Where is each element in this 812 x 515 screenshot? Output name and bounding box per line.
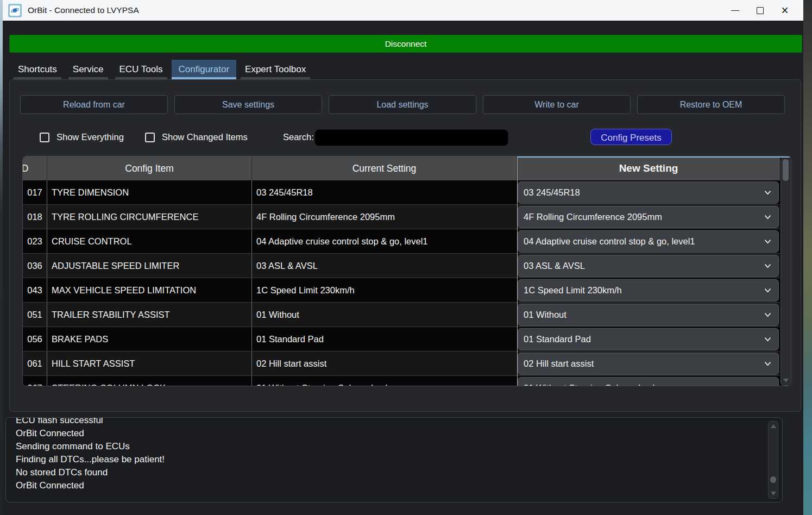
table-row[interactable]: 056BRAKE PADS01 Standard Pad01 Standard … (23, 327, 780, 351)
new-setting-dropdown[interactable]: 01 Without Steering Column Lock (518, 377, 779, 387)
row-config-item: HILL START ASSIST (47, 351, 252, 375)
show-everything-checkbox[interactable] (40, 133, 49, 142)
tab-expert-toolbox[interactable]: Expert Toolbox (238, 60, 313, 79)
log-scroll-up-icon[interactable] (771, 424, 776, 428)
table-scrollbar-thumb[interactable] (783, 159, 789, 181)
save-settings-button[interactable]: Save settings (174, 95, 322, 114)
config-presets-button[interactable]: Config Presets (590, 129, 672, 145)
disconnect-label: Disconnect (385, 39, 427, 49)
chevron-down-icon (763, 310, 772, 322)
config-table: ID Config Item Current Setting New Setti… (22, 156, 792, 386)
dropdown-value: 03 ASL & AVSL (524, 261, 585, 271)
log-line: Sending command to ECUs (16, 440, 782, 453)
row-id: 056 (23, 327, 47, 351)
row-current-setting: 01 Standard Pad (252, 327, 517, 351)
row-new-setting-cell: 04 Adaptive cruise control stop & go, le… (517, 229, 780, 253)
new-setting-dropdown[interactable]: 04 Adaptive cruise control stop & go, le… (518, 230, 779, 253)
log-area: ECU flash successfulOrBit ConnectedSendi… (5, 417, 783, 503)
reload-from-car-button[interactable]: Reload from car (20, 95, 168, 114)
column-header-new-setting[interactable]: New Setting (517, 156, 780, 180)
close-icon: × (781, 4, 788, 17)
chevron-down-icon (763, 384, 772, 387)
show-changed-items-checkbox[interactable] (145, 133, 155, 142)
column-header-id[interactable]: ID (23, 156, 47, 180)
new-setting-focus-line (517, 156, 792, 158)
close-button[interactable]: × (772, 0, 797, 21)
row-config-item: BRAKE PADS (47, 327, 252, 351)
row-new-setting-cell: 03 ASL & AVSL (517, 254, 780, 278)
tab-service[interactable]: Service (66, 60, 111, 79)
chevron-down-icon (763, 261, 772, 273)
table-body: 017TYRE DIMENSION03 245/45R1803 245/45R1… (23, 180, 780, 386)
disconnect-button[interactable]: Disconnect (9, 35, 802, 53)
log-scroll-down-icon[interactable] (771, 492, 776, 495)
search-label: Search: (283, 132, 314, 142)
load-settings-button[interactable]: Load settings (329, 95, 476, 114)
table-row[interactable]: 023CRUISE CONTROL04 Adaptive cruise cont… (23, 229, 780, 254)
chevron-down-icon (763, 359, 772, 370)
configurator-panel: Reload from car Save settings Load setti… (9, 79, 801, 412)
new-setting-dropdown[interactable]: 01 Without (518, 304, 779, 326)
scroll-down-icon[interactable] (783, 379, 789, 382)
minimize-button[interactable] (722, 0, 747, 21)
row-config-item: MAX VEHICLE SPEED LIMITATION (47, 278, 252, 302)
row-current-setting: 03 245/45R18 (252, 180, 517, 204)
table-row[interactable]: 018TYRE ROLLING CIRCUMFERENCE4F Rolling … (23, 205, 780, 229)
row-current-setting: 04 Adaptive cruise control stop & go, le… (252, 229, 517, 253)
table-row[interactable]: 067STEERING COLUMN LOCK01 Without Steeri… (23, 376, 780, 386)
new-setting-dropdown[interactable]: 02 Hill start assist (518, 353, 779, 375)
search-input[interactable] (314, 129, 508, 146)
maximize-button[interactable] (747, 0, 772, 21)
tab-configurator[interactable]: Configurator (172, 60, 237, 79)
dropdown-value: 02 Hill start assist (524, 359, 594, 369)
write-to-car-button[interactable]: Write to car (483, 95, 631, 114)
desktop-left-edge (0, 0, 3, 515)
tab-ecu-tools[interactable]: ECU Tools (112, 60, 170, 79)
row-new-setting-cell: 01 Without (517, 303, 780, 326)
log-line: OrBit Connected (16, 479, 782, 492)
dropdown-value: 01 Standard Pad (524, 334, 591, 344)
log-line: ECU flash successful (16, 417, 782, 427)
chevron-down-icon (763, 188, 772, 199)
row-config-item: TYRE DIMENSION (47, 180, 252, 204)
row-config-item: CRUISE CONTROL (47, 229, 252, 253)
table-row[interactable]: 051TRAILER STABILITY ASSIST01 Without01 … (23, 303, 780, 327)
title-bar: OrBit - Connected to LVYPSA × (3, 0, 807, 21)
row-new-setting-cell: 1C Speed Limit 230km/h (517, 278, 780, 302)
row-config-item: TYRE ROLLING CIRCUMFERENCE (47, 205, 252, 229)
row-id: 043 (23, 278, 47, 302)
row-new-setting-cell: 01 Without Steering Column Lock (517, 376, 780, 386)
table-row[interactable]: 061HILL START ASSIST02 Hill start assist… (23, 351, 780, 376)
log-line: No stored DTCs found (16, 466, 782, 479)
maximize-icon (757, 7, 764, 14)
table-row[interactable]: 017TYRE DIMENSION03 245/45R1803 245/45R1… (23, 180, 780, 205)
new-setting-dropdown[interactable]: 03 ASL & AVSL (518, 255, 779, 277)
restore-to-oem-button[interactable]: Restore to OEM (637, 95, 785, 114)
row-id: 061 (23, 351, 47, 375)
column-header-config-item[interactable]: Config Item (47, 156, 252, 180)
column-header-current-setting[interactable]: Current Setting (252, 156, 517, 180)
tab-shortcuts[interactable]: Shortcuts (11, 60, 64, 79)
chevron-down-icon (763, 237, 772, 248)
log-scrollbar-thumb[interactable] (770, 476, 776, 483)
log-line: Finding all DTCs...please be patient! (16, 453, 782, 466)
table-header: ID Config Item Current Setting New Setti… (23, 156, 780, 180)
row-current-setting: 1C Speed Limit 230km/h (252, 278, 517, 302)
row-current-setting: 02 Hill start assist (252, 351, 517, 375)
log-scrollbar[interactable] (768, 421, 778, 499)
new-setting-dropdown[interactable]: 03 245/45R18 (518, 181, 779, 204)
row-id: 018 (23, 205, 47, 229)
table-row[interactable]: 043MAX VEHICLE SPEED LIMITATION1C Speed … (23, 278, 780, 303)
new-setting-dropdown[interactable]: 01 Standard Pad (518, 328, 779, 350)
table-row[interactable]: 036ADJUSTABLE SPEED LIMITER03 ASL & AVSL… (23, 254, 780, 278)
row-config-item: STEERING COLUMN LOCK (47, 376, 252, 386)
new-setting-dropdown[interactable]: 1C Speed Limit 230km/h (518, 279, 779, 302)
tab-bar: Shortcuts Service ECU Tools Configurator… (11, 60, 314, 79)
table-scrollbar[interactable] (780, 157, 791, 386)
new-setting-dropdown[interactable]: 4F Rolling Circumference 2095mm (518, 206, 779, 228)
dropdown-value: 03 245/45R18 (524, 187, 580, 198)
window-controls: × (722, 0, 797, 21)
chevron-down-icon (763, 212, 772, 224)
row-new-setting-cell: 02 Hill start assist (517, 351, 780, 375)
log-line: OrBit Connected (16, 427, 782, 440)
